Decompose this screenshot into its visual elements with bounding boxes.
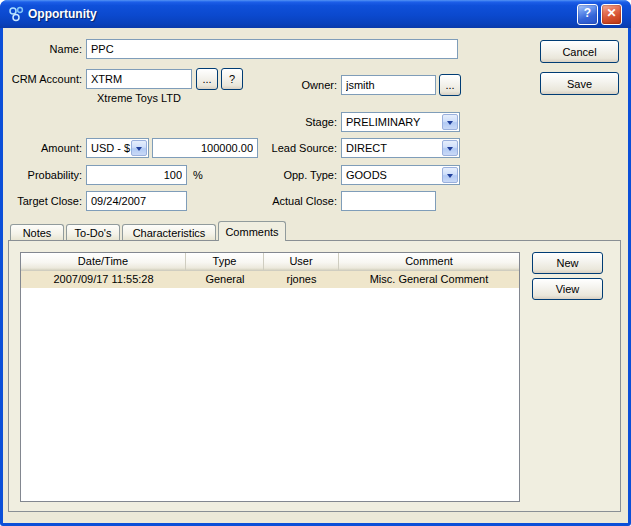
cell-type: General: [186, 271, 264, 288]
lead-source-label: Lead Source:: [237, 142, 337, 154]
cell-comment: Misc. General Comment: [339, 271, 519, 288]
probability-suffix: %: [193, 169, 203, 181]
probability-label: Probability:: [0, 169, 82, 181]
cell-datetime: 2007/09/17 11:55:28: [21, 271, 186, 288]
chevron-down-icon[interactable]: [131, 140, 147, 156]
crm-account-display-name: Xtreme Toys LTD: [97, 92, 181, 104]
name-label: Name:: [0, 43, 82, 55]
opportunity-window: Opportunity ? ✕ Name: Cancel Save CRM Ac…: [0, 0, 631, 526]
actual-close-input[interactable]: [341, 191, 436, 211]
target-close-input[interactable]: [86, 191, 187, 211]
stage-select[interactable]: PRELIMINARY: [341, 112, 460, 132]
view-button[interactable]: View: [532, 278, 603, 300]
title-bar[interactable]: Opportunity ? ✕: [0, 0, 631, 28]
owner-input[interactable]: [341, 75, 436, 95]
titlebar-help-button[interactable]: ?: [577, 4, 598, 25]
chevron-down-icon[interactable]: [442, 167, 458, 183]
column-header-user[interactable]: User: [264, 253, 339, 271]
tab-todos[interactable]: To-Do's: [66, 224, 120, 240]
chevron-down-icon[interactable]: [442, 140, 458, 156]
cancel-button[interactable]: Cancel: [540, 40, 619, 63]
column-header-type[interactable]: Type: [186, 253, 264, 271]
cell-user: rjones: [264, 271, 339, 288]
comments-table-header: Date/Time Type User Comment: [21, 253, 519, 271]
tab-characteristics[interactable]: Characteristics: [122, 224, 216, 240]
currency-select[interactable]: USD - $: [86, 138, 149, 158]
amount-label: Amount:: [0, 142, 82, 154]
owner-label: Owner:: [237, 79, 337, 91]
lead-source-value: DIRECT: [346, 142, 387, 154]
crm-account-label: CRM Account:: [0, 73, 82, 85]
opportunity-app-icon: [8, 6, 24, 22]
chevron-down-icon[interactable]: [442, 114, 458, 130]
table-row[interactable]: 2007/09/17 11:55:28 General rjones Misc.…: [21, 271, 519, 288]
close-icon[interactable]: ✕: [601, 4, 622, 25]
save-button[interactable]: Save: [540, 72, 619, 95]
column-header-comment[interactable]: Comment: [339, 253, 519, 271]
stage-value: PRELIMINARY: [346, 116, 420, 128]
opp-type-select[interactable]: GOODS: [341, 165, 460, 185]
name-input[interactable]: [86, 39, 458, 59]
opp-type-label: Opp. Type:: [237, 169, 337, 181]
lead-source-select[interactable]: DIRECT: [341, 138, 460, 158]
new-button[interactable]: New: [532, 252, 603, 274]
opp-type-value: GOODS: [346, 169, 387, 181]
stage-label: Stage:: [237, 116, 337, 128]
crm-account-browse-button[interactable]: ...: [196, 68, 218, 90]
column-header-datetime[interactable]: Date/Time: [21, 253, 186, 271]
target-close-label: Target Close:: [0, 195, 82, 207]
actual-close-label: Actual Close:: [237, 195, 337, 207]
tab-notes[interactable]: Notes: [10, 224, 64, 240]
window-title: Opportunity: [28, 7, 97, 21]
crm-account-input[interactable]: [86, 69, 192, 89]
currency-value: USD - $: [91, 142, 130, 154]
probability-input[interactable]: [86, 165, 187, 185]
comments-table: Date/Time Type User Comment 2007/09/17 1…: [20, 252, 520, 502]
owner-browse-button[interactable]: ...: [439, 74, 461, 96]
tab-comments[interactable]: Comments: [218, 221, 286, 241]
